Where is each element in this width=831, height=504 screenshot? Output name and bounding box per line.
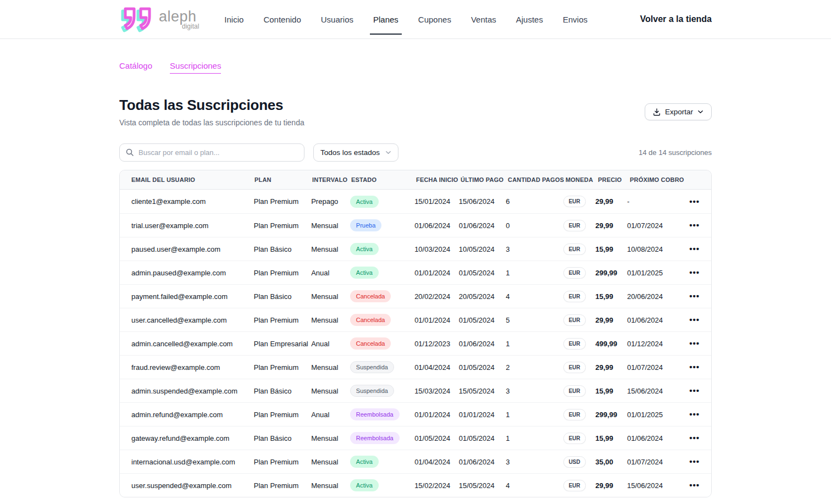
cell-price: 35,00 [595, 458, 627, 466]
cell-last-payment: 01/05/2024 [459, 316, 506, 324]
status-badge: Activa [350, 196, 379, 208]
cell-next-charge: 01/07/2024 [627, 458, 689, 466]
cell-next-charge: 01/01/2025 [627, 411, 689, 419]
cell-plan: Plan Premium [254, 316, 311, 324]
nav-item-cupones[interactable]: Cupones [417, 10, 452, 29]
nav-item-inicio[interactable]: Inicio [223, 10, 245, 29]
row-actions-menu-icon[interactable]: ••• [689, 292, 700, 301]
row-actions-menu-icon[interactable]: ••• [689, 339, 700, 348]
row-actions-menu-icon[interactable]: ••• [689, 386, 700, 395]
table-row: user.cancelled@example.com Plan Premium … [120, 308, 711, 331]
cell-email: fraud.review@example.com [131, 363, 254, 372]
row-actions-menu-icon[interactable]: ••• [689, 363, 700, 372]
col-proximo-cobro: PRÓXIMO COBRO [630, 176, 693, 183]
nav-item-contenido[interactable]: Contenido [262, 10, 302, 29]
cell-next-charge: - [627, 197, 689, 206]
row-actions-menu-icon[interactable]: ••• [689, 457, 700, 466]
cell-price: 15,99 [595, 434, 627, 442]
col-moneda: MONEDA [566, 176, 598, 183]
cell-start-date: 01/01/2024 [414, 316, 459, 324]
cell-price: 29,99 [595, 316, 627, 324]
table-row: gateway.refund@example.com Plan Básico M… [120, 426, 711, 450]
chevron-down-icon [385, 149, 391, 156]
cell-price: 499,99 [595, 340, 627, 348]
cell-price: 299,99 [595, 411, 627, 419]
brand-logo[interactable]: aleph digital [119, 5, 199, 33]
status-filter-select[interactable]: Todos los estados [313, 143, 398, 162]
nav-item-ajustes[interactable]: Ajustes [515, 10, 544, 29]
cell-interval: Prepago [311, 197, 350, 206]
cell-price: 29,99 [595, 197, 627, 206]
cell-email: admin.cancelled@example.com [131, 340, 254, 348]
cell-last-payment: 01/06/2024 [459, 340, 506, 348]
status-badge: Prueba [350, 219, 381, 231]
tab-catalogo[interactable]: Catálogo [119, 61, 152, 74]
cell-start-date: 01/04/2024 [414, 363, 459, 372]
row-actions-menu-icon[interactable]: ••• [689, 410, 700, 419]
back-to-store-link[interactable]: Volver a la tienda [640, 14, 712, 24]
currency-pill: EUR [563, 220, 586, 231]
cell-payments-count: 6 [506, 197, 563, 206]
col-email: EMAIL DEL USUARIO [131, 176, 254, 183]
cell-email: user.cancelled@example.com [131, 316, 254, 324]
row-actions-menu-icon[interactable]: ••• [689, 481, 700, 490]
cell-next-charge: 01/07/2024 [627, 363, 689, 372]
search-input[interactable] [119, 143, 304, 162]
cell-payments-count: 1 [506, 434, 563, 442]
col-intervalo: INTERVALO [312, 176, 351, 183]
cell-next-charge: 01/07/2024 [627, 221, 689, 230]
nav-item-envios[interactable]: Envios [562, 10, 589, 29]
nav-item-ventas[interactable]: Ventas [470, 10, 497, 29]
tab-suscripciones[interactable]: Suscripciones [170, 61, 221, 74]
cell-interval: Mensual [311, 387, 350, 395]
col-fecha-inicio: FECHA INICIO [416, 176, 461, 183]
nav-item-usuarios[interactable]: Usuarios [320, 10, 354, 29]
table-row: user.suspended@example.com Plan Premium … [120, 473, 711, 497]
status-badge: Suspendida [350, 361, 394, 373]
cell-next-charge: 01/01/2025 [627, 269, 689, 277]
cell-email: admin.suspended@example.com [131, 387, 254, 395]
row-actions-menu-icon[interactable]: ••• [689, 434, 700, 442]
cell-plan: Plan Premium [254, 221, 311, 230]
download-icon [653, 108, 661, 116]
row-actions-menu-icon[interactable]: ••• [689, 197, 700, 206]
export-button[interactable]: Exportar [645, 103, 712, 120]
currency-pill: EUR [563, 291, 586, 302]
col-plan: PLAN [254, 176, 312, 183]
cell-payments-count: 1 [506, 269, 563, 277]
cell-payments-count: 1 [506, 411, 563, 419]
cell-last-payment: 01/06/2024 [459, 221, 506, 230]
row-actions-menu-icon[interactable]: ••• [689, 221, 700, 230]
cell-plan: Plan Premium [254, 363, 311, 372]
cell-start-date: 15/01/2024 [414, 197, 459, 206]
table-row: internacional.usd@example.com Plan Premi… [120, 450, 711, 473]
status-badge: Cancelada [350, 290, 391, 302]
currency-pill: EUR [563, 433, 586, 444]
cell-next-charge: 01/06/2024 [627, 434, 689, 442]
table-row: admin.cancelled@example.com Plan Empresa… [120, 331, 711, 355]
cell-last-payment: 15/05/2024 [459, 387, 506, 395]
table-header-row: EMAIL DEL USUARIO PLAN INTERVALO ESTADO … [120, 170, 711, 190]
cell-email: admin.refund@example.com [131, 411, 254, 419]
cell-start-date: 01/05/2024 [414, 434, 459, 442]
top-navigation-bar: aleph digital InicioContenidoUsuariosPla… [0, 0, 831, 39]
cell-plan: Plan Premium [254, 411, 311, 419]
currency-pill: EUR [563, 314, 586, 326]
col-estado: ESTADO [351, 176, 416, 183]
status-badge: Reembolsada [350, 432, 400, 444]
cell-plan: Plan Premium [254, 458, 311, 466]
cell-interval: Mensual [311, 458, 350, 466]
cell-email: trial.user@example.com [131, 221, 254, 230]
cell-start-date: 10/03/2024 [414, 245, 459, 253]
row-actions-menu-icon[interactable]: ••• [689, 315, 700, 324]
cell-interval: Mensual [311, 316, 350, 324]
row-actions-menu-icon[interactable]: ••• [689, 245, 700, 253]
main-nav: InicioContenidoUsuariosPlanesCuponesVent… [223, 10, 589, 29]
row-actions-menu-icon[interactable]: ••• [689, 268, 700, 277]
table-row: fraud.review@example.com Plan Premium Me… [120, 355, 711, 379]
cell-payments-count: 2 [506, 363, 563, 372]
cell-start-date: 01/04/2024 [414, 458, 459, 466]
status-badge: Reembolsada [350, 408, 400, 420]
cell-next-charge: 20/06/2024 [627, 292, 689, 301]
nav-item-planes[interactable]: Planes [372, 10, 400, 29]
